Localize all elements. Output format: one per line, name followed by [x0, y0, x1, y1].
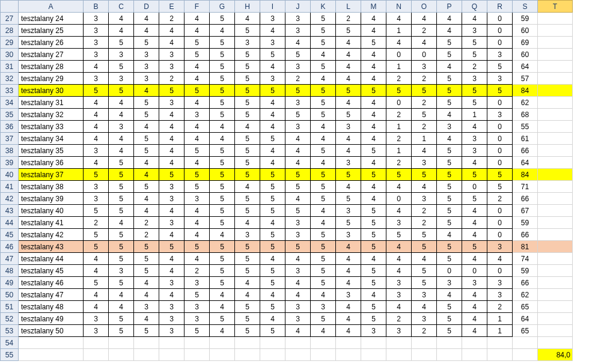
row-header[interactable]: 32 — [1, 73, 19, 85]
cell[interactable]: 1 — [386, 61, 412, 73]
cell[interactable]: 4 — [159, 205, 185, 217]
cell[interactable] — [361, 337, 386, 349]
cell[interactable]: 4 — [159, 109, 185, 121]
cell[interactable]: 4 — [437, 13, 462, 25]
cell[interactable]: 4 — [185, 253, 210, 265]
cell[interactable]: 5 — [185, 49, 210, 61]
sum-cell[interactable]: 61 — [513, 133, 538, 145]
row-header[interactable]: 39 — [1, 157, 19, 169]
cell[interactable]: 3 — [84, 325, 109, 337]
cell[interactable]: 5 — [210, 157, 235, 169]
cell[interactable]: 5 — [336, 25, 361, 37]
cell[interactable]: 3 — [109, 49, 134, 61]
cell[interactable]: 5 — [311, 97, 336, 109]
cell[interactable]: 2 — [159, 13, 185, 25]
cell[interactable]: 5 — [311, 277, 336, 289]
cell[interactable]: 5 — [210, 49, 235, 61]
cell[interactable]: 5 — [412, 85, 437, 97]
cell[interactable]: 0 — [487, 37, 513, 49]
cell[interactable]: 2 — [84, 217, 109, 229]
t-cell[interactable] — [538, 85, 573, 97]
cell[interactable]: 0 — [487, 157, 513, 169]
cell[interactable]: 0 — [437, 265, 462, 277]
row-header[interactable]: 40 — [1, 169, 19, 181]
cell[interactable] — [487, 337, 513, 349]
col-header-J[interactable]: J — [285, 1, 311, 13]
t-cell[interactable] — [538, 13, 573, 25]
cell[interactable]: 4 — [109, 145, 134, 157]
cell[interactable]: 5 — [361, 37, 386, 49]
cell[interactable]: 4 — [185, 121, 210, 133]
cell[interactable]: 5 — [260, 277, 285, 289]
row-header[interactable]: 27 — [1, 13, 19, 25]
col-header-T[interactable]: T — [538, 1, 573, 13]
cell[interactable]: 3 — [412, 289, 437, 301]
cell[interactable]: 3 — [386, 217, 412, 229]
row-label[interactable]: tesztalany 35 — [19, 145, 84, 157]
row-header[interactable]: 41 — [1, 181, 19, 193]
cell[interactable]: 5 — [84, 229, 109, 241]
cell[interactable]: 3 — [185, 301, 210, 313]
row-header[interactable]: 38 — [1, 145, 19, 157]
cell[interactable]: 3 — [412, 157, 437, 169]
cell[interactable]: 4 — [437, 289, 462, 301]
cell[interactable]: 4 — [185, 13, 210, 25]
cell[interactable]: 4 — [336, 181, 361, 193]
cell[interactable]: 4 — [336, 73, 361, 85]
t-cell[interactable] — [538, 253, 573, 265]
row-label[interactable]: tesztalany 36 — [19, 157, 84, 169]
cell[interactable]: 5 — [210, 13, 235, 25]
cell[interactable]: 5 — [235, 301, 260, 313]
cell[interactable]: 4 — [260, 61, 285, 73]
cell[interactable]: 3 — [159, 181, 185, 193]
row-header[interactable]: 33 — [1, 85, 19, 97]
cell[interactable]: 4 — [336, 313, 361, 325]
cell[interactable]: 3 — [235, 229, 260, 241]
cell[interactable]: 4 — [285, 253, 311, 265]
cell[interactable]: 5 — [386, 229, 412, 241]
cell[interactable]: 0 — [386, 97, 412, 109]
cell[interactable]: 5 — [235, 73, 260, 85]
cell[interactable]: 3 — [84, 49, 109, 61]
cell[interactable]: 3 — [134, 61, 159, 73]
cell[interactable]: 3 — [84, 25, 109, 37]
cell[interactable]: 4 — [84, 109, 109, 121]
col-header-Q[interactable]: Q — [462, 1, 487, 13]
cell[interactable]: 4 — [235, 217, 260, 229]
row-label[interactable]: tesztalany 37 — [19, 169, 84, 181]
cell[interactable]: 4 — [84, 97, 109, 109]
row-header[interactable]: 43 — [1, 205, 19, 217]
cell[interactable] — [513, 349, 538, 361]
cell[interactable]: 3 — [336, 121, 361, 133]
cell[interactable]: 5 — [84, 169, 109, 181]
cell[interactable]: 5 — [185, 169, 210, 181]
cell[interactable]: 4 — [361, 61, 386, 73]
cell[interactable]: 4 — [361, 253, 386, 265]
col-header-S[interactable]: S — [513, 1, 538, 13]
row-label[interactable]: tesztalany 24 — [19, 13, 84, 25]
cell[interactable]: 5 — [134, 97, 159, 109]
cell[interactable]: 4 — [260, 313, 285, 325]
row-header[interactable]: 51 — [1, 301, 19, 313]
sum-cell[interactable]: 64 — [513, 61, 538, 73]
cell[interactable]: 5 — [412, 241, 437, 253]
cell[interactable]: 4 — [285, 37, 311, 49]
cell[interactable]: 4 — [311, 49, 336, 61]
cell[interactable]: 3 — [134, 73, 159, 85]
col-header-M[interactable]: M — [361, 1, 386, 13]
cell[interactable]: 4 — [109, 217, 134, 229]
cell[interactable] — [336, 337, 361, 349]
cell[interactable]: 3 — [260, 73, 285, 85]
row-label[interactable]: tesztalany 30 — [19, 85, 84, 97]
cell[interactable]: 4 — [109, 289, 134, 301]
cell[interactable]: 5 — [210, 265, 235, 277]
cell[interactable]: 4 — [361, 109, 386, 121]
cell[interactable] — [285, 337, 311, 349]
cell[interactable]: 5 — [210, 193, 235, 205]
cell[interactable]: 2 — [386, 73, 412, 85]
cell[interactable]: 5 — [412, 277, 437, 289]
cell[interactable]: 0 — [386, 193, 412, 205]
row-header[interactable]: 46 — [1, 241, 19, 253]
cell[interactable]: 5 — [285, 109, 311, 121]
cell[interactable]: 4 — [84, 265, 109, 277]
